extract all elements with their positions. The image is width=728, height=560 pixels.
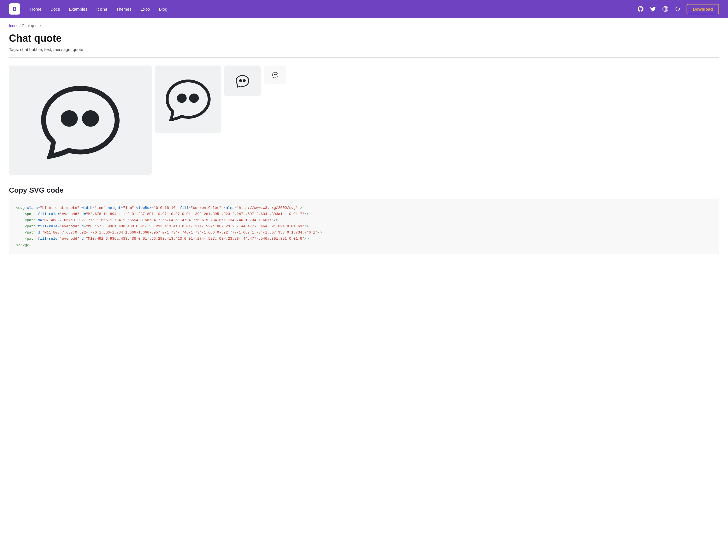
nav-blog[interactable]: Blog xyxy=(156,4,171,14)
social-icons xyxy=(636,4,682,13)
code-line-1: <svg class="bi bi-chat-quote" width="1em… xyxy=(16,205,712,211)
code-line-4: <path fill-rule="evenodd" d="M6.157 6.93… xyxy=(16,223,712,230)
preview-small xyxy=(224,66,261,96)
download-button[interactable]: Download xyxy=(687,4,719,14)
nav-themes[interactable]: Themes xyxy=(113,4,135,14)
globe-icon[interactable] xyxy=(661,4,670,13)
icon-preview-small-svg xyxy=(236,74,249,88)
icon-preview-grid xyxy=(9,66,719,175)
twitter-icon[interactable] xyxy=(648,4,657,13)
nav-icons[interactable]: Icons xyxy=(93,4,111,14)
brand-logo[interactable]: B xyxy=(9,3,20,15)
code-line-3: <path d="M7.468 7.667c0 .92-.776 1.666-1… xyxy=(16,217,712,223)
page-tags: Tags: chat bubble, text, message, quote xyxy=(9,47,719,52)
icon-preview-medium-svg xyxy=(166,77,211,122)
code-line-6: <path fill-rule="evenodd" d="M10.492 6.9… xyxy=(16,236,712,242)
nav-examples[interactable]: Examples xyxy=(66,4,91,14)
copy-svg-title: Copy SVG code xyxy=(9,186,719,195)
breadcrumb: Icons / Chat quote xyxy=(0,18,728,30)
github-icon[interactable] xyxy=(636,4,645,13)
theme-toggle-icon[interactable] xyxy=(673,4,682,13)
icon-preview-tiny-svg xyxy=(272,72,278,78)
page-content: Chat quote Tags: chat bubble, text, mess… xyxy=(0,30,728,265)
breadcrumb-parent-link[interactable]: Icons xyxy=(9,24,18,28)
icon-preview-large-svg xyxy=(41,81,120,159)
nav-links: Home Docs Examples Icons Themes Expo Blo… xyxy=(27,4,636,14)
preview-large xyxy=(9,66,152,175)
nav-docs[interactable]: Docs xyxy=(47,4,63,14)
preview-medium xyxy=(155,66,221,133)
nav-home[interactable]: Home xyxy=(27,4,45,14)
preview-tiny xyxy=(264,66,286,84)
section-divider xyxy=(9,57,719,58)
navbar: B Home Docs Examples Icons Themes Expo B… xyxy=(0,0,728,18)
code-line-5: <path d="M11.803 7.667c0 .92-.776 1.666-… xyxy=(16,230,712,236)
nav-expo[interactable]: Expo xyxy=(137,4,153,14)
code-line-2: <path fill-rule="evenodd" d="M2.678 11.8… xyxy=(16,211,712,217)
code-line-7: </svg> xyxy=(16,242,712,248)
svg-code-box[interactable]: <svg class="bi bi-chat-quote" width="1em… xyxy=(9,199,719,254)
breadcrumb-current: Chat quote xyxy=(22,24,41,28)
page-title: Chat quote xyxy=(9,32,719,44)
